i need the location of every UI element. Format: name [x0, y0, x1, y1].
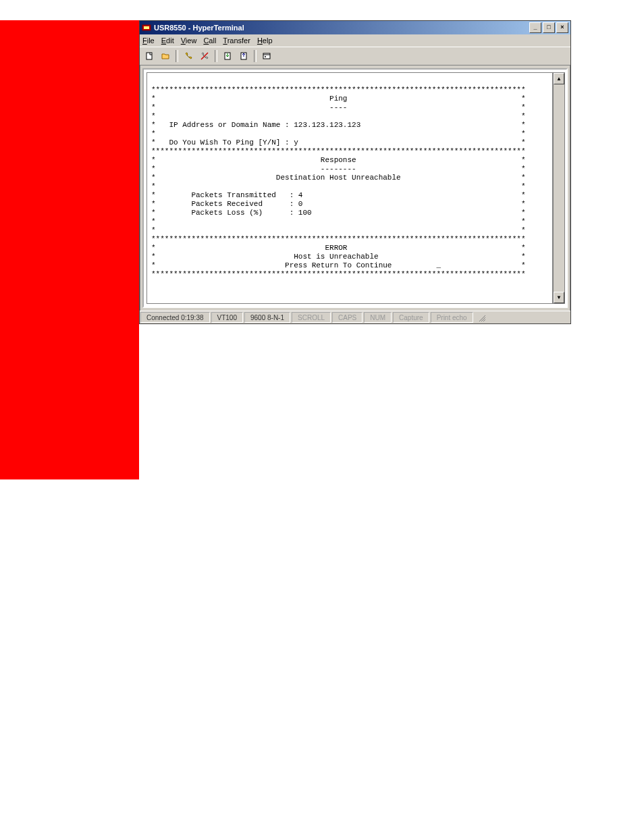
toolbar-separator	[215, 50, 217, 62]
titlebar-left: USR8550 - HyperTerminal	[142, 23, 244, 32]
vertical-scrollbar[interactable]: ▲ ▼	[553, 72, 565, 304]
minimize-button[interactable]: _	[529, 22, 541, 33]
toolbar-properties-button[interactable]	[259, 49, 274, 63]
window-controls: _ □ ×	[529, 22, 568, 33]
menu-edit[interactable]: Edit	[161, 36, 174, 45]
svg-rect-6	[263, 53, 270, 59]
terminal-content: ****************************************…	[147, 73, 552, 283]
toolbar-open-button[interactable]	[158, 49, 173, 63]
app-icon	[142, 23, 151, 32]
status-settings: 9600 8-N-1	[244, 312, 290, 323]
menubar: File Edit View Call Transfer Help	[140, 34, 570, 47]
terminal-area: ****************************************…	[142, 68, 568, 308]
svg-rect-1	[144, 26, 149, 29]
menu-view[interactable]: View	[181, 36, 197, 45]
svg-line-11	[483, 319, 485, 321]
toolbar	[140, 47, 570, 66]
toolbar-separator	[176, 50, 178, 62]
svg-rect-2	[146, 53, 152, 59]
close-button[interactable]: ×	[556, 22, 568, 33]
toolbar-send-button[interactable]	[220, 49, 235, 63]
status-printecho: Print echo	[431, 312, 473, 323]
resize-grip[interactable]	[474, 311, 487, 323]
toolbar-separator	[254, 50, 257, 62]
page-root: USR8550 - HyperTerminal _ □ × File Edit …	[0, 0, 644, 834]
menu-call[interactable]: Call	[203, 36, 216, 45]
toolbar-call-button[interactable]	[181, 49, 196, 63]
titlebar[interactable]: USR8550 - HyperTerminal _ □ ×	[140, 21, 570, 34]
menu-help[interactable]: Help	[257, 36, 273, 45]
decorative-red-block	[0, 20, 139, 479]
statusbar: Connected 0:19:38 VT100 9600 8-N-1 SCROL…	[140, 311, 570, 323]
status-emulation: VT100	[211, 312, 243, 323]
maximize-button[interactable]: □	[543, 22, 555, 33]
svg-point-8	[265, 56, 266, 57]
toolbar-new-button[interactable]	[142, 49, 157, 63]
menu-file[interactable]: File	[142, 36, 155, 45]
menu-transfer[interactable]: Transfer	[223, 36, 250, 45]
status-scroll: SCROLL	[292, 312, 331, 323]
status-caps: CAPS	[332, 312, 363, 323]
scroll-down-button[interactable]: ▼	[554, 292, 564, 303]
svg-line-10	[481, 317, 485, 321]
terminal-viewport[interactable]: ****************************************…	[146, 72, 553, 304]
hyperterminal-window: USR8550 - HyperTerminal _ □ × File Edit …	[139, 20, 571, 324]
window-title: USR8550 - HyperTerminal	[154, 24, 244, 32]
status-num: NUM	[364, 312, 392, 323]
scroll-up-button[interactable]: ▲	[554, 73, 564, 84]
status-connected: Connected 0:19:38	[140, 312, 210, 323]
status-capture: Capture	[393, 312, 429, 323]
toolbar-receive-button[interactable]	[236, 49, 251, 63]
toolbar-disconnect-button[interactable]	[197, 49, 212, 63]
